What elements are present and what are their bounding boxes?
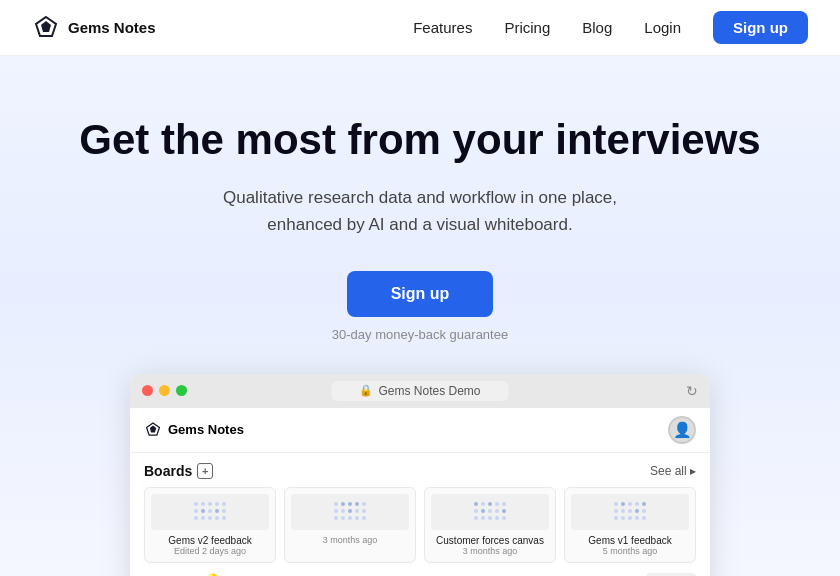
board-card[interactable]: Gems v1 feedback 5 months ago — [564, 487, 696, 563]
nav-signup-button[interactable]: Sign up — [713, 11, 808, 44]
boards-grid: Gems v2 feedback Edited 2 days ago — [144, 487, 696, 563]
boards-header: Boards + See all ▸ — [144, 463, 696, 479]
board-name: Gems v2 feedback — [151, 535, 269, 546]
refresh-icon[interactable]: ↻ — [686, 383, 698, 399]
app-logo-text: Gems Notes — [168, 422, 244, 437]
svg-marker-3 — [150, 425, 156, 432]
app-content: Gems Notes 👤 Boards + See all ▸ — [130, 408, 710, 576]
board-thumb — [431, 494, 549, 530]
browser-url-bar: 🔒 Gems Notes Demo — [331, 381, 508, 401]
app-logo: Gems Notes — [144, 421, 244, 439]
board-name: Customer forces canvas — [431, 535, 549, 546]
boards-section: Boards + See all ▸ — [130, 453, 710, 563]
user-avatar[interactable]: 👤 — [668, 416, 696, 444]
dot-red — [142, 385, 153, 396]
nav-login[interactable]: Login — [644, 19, 681, 36]
board-name: Gems v1 feedback — [571, 535, 689, 546]
board-date: 3 months ago — [431, 546, 549, 556]
app-topbar: Gems Notes 👤 — [130, 408, 710, 453]
board-card[interactable]: 3 months ago — [284, 487, 416, 563]
hero-guarantee: 30-day money-back guarantee — [332, 327, 508, 342]
logo-text: Gems Notes — [68, 19, 156, 36]
board-date: 5 months ago — [571, 546, 689, 556]
add-board-icon[interactable]: + — [197, 463, 213, 479]
boards-title: Boards + — [144, 463, 213, 479]
board-thumb — [151, 494, 269, 530]
logo[interactable]: Gems Notes — [32, 14, 156, 42]
logo-icon — [32, 14, 60, 42]
app-logo-icon — [144, 421, 162, 439]
nav-links: Features Pricing Blog Login Sign up — [413, 11, 808, 44]
browser-mockup: 🔒 Gems Notes Demo ↻ Gems Notes 👤 — [130, 374, 710, 576]
board-thumb — [571, 494, 689, 530]
board-thumb — [291, 494, 409, 530]
dot-green — [176, 385, 187, 396]
navbar: Gems Notes Features Pricing Blog Login S… — [0, 0, 840, 56]
board-card[interactable]: Customer forces canvas 3 months ago — [424, 487, 556, 563]
dot-yellow — [159, 385, 170, 396]
hero-section: Get the most from your interviews Qualit… — [0, 56, 840, 576]
hero-headline: Get the most from your interviews — [79, 116, 760, 164]
nav-pricing[interactable]: Pricing — [504, 19, 550, 36]
browser-url-text: Gems Notes Demo — [378, 384, 480, 398]
lock-icon: 🔒 — [359, 384, 373, 397]
board-date: 3 months ago — [291, 535, 409, 545]
boards-see-all[interactable]: See all ▸ — [650, 464, 696, 478]
hero-signup-button[interactable]: Sign up — [347, 271, 494, 317]
nav-blog[interactable]: Blog — [582, 19, 612, 36]
hero-subtitle: Qualitative research data and workflow i… — [210, 184, 630, 238]
board-card[interactable]: Gems v2 feedback Edited 2 days ago — [144, 487, 276, 563]
nav-features[interactable]: Features — [413, 19, 472, 36]
svg-marker-1 — [41, 21, 51, 32]
browser-bar: 🔒 Gems Notes Demo ↻ — [130, 374, 710, 408]
board-date: Edited 2 days ago — [151, 546, 269, 556]
